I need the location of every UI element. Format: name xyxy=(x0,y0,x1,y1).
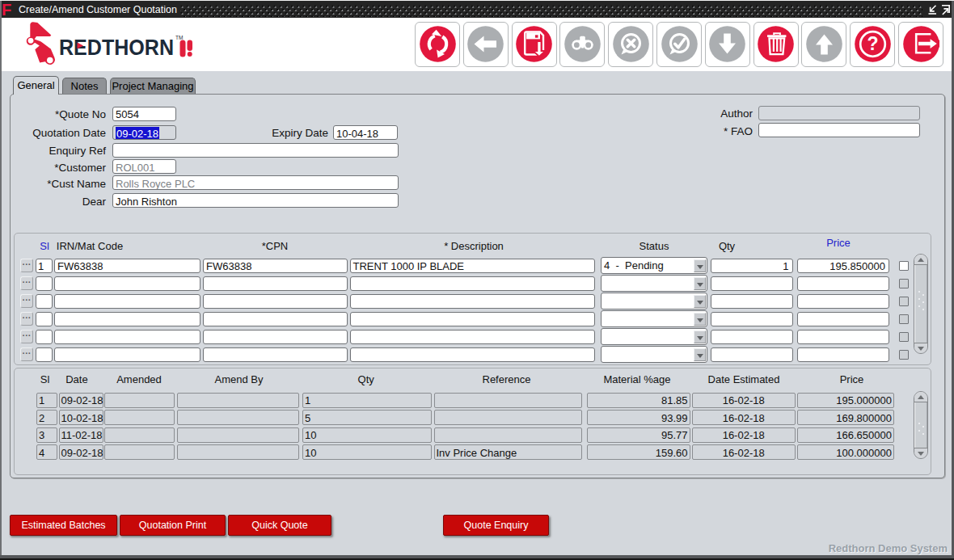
svg-text:TM: TM xyxy=(175,35,183,40)
svg-text:REDTHORN: REDTHORN xyxy=(59,35,174,60)
svg-text:?: ? xyxy=(867,33,878,54)
